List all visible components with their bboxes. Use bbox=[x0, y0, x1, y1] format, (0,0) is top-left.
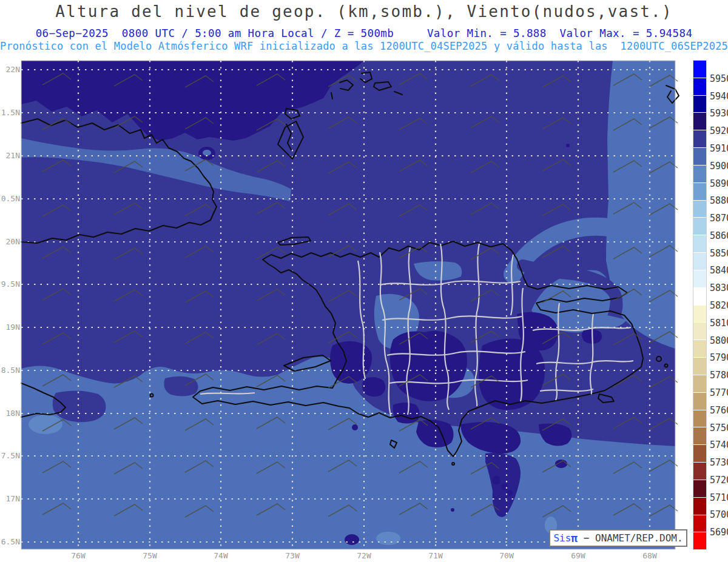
lon-tick-label: 75W bbox=[135, 551, 164, 560]
colorbar-segment bbox=[693, 96, 706, 113]
colorbar-segment bbox=[693, 515, 706, 532]
colorbar-segment bbox=[693, 306, 706, 323]
colorbar-tick-label: 5950 bbox=[710, 73, 728, 84]
lon-tick-label: 71W bbox=[421, 551, 450, 560]
colorbar-tick-label: 5790 bbox=[710, 352, 728, 363]
colorbar-tick-label: 5820 bbox=[710, 300, 728, 311]
lat-tick-label: 9.5N bbox=[0, 279, 20, 289]
logo-org: − ONAMET/REP.DOM. bbox=[578, 532, 682, 544]
lat-tick-label: 17N bbox=[0, 494, 20, 503]
colorbar-segment bbox=[693, 358, 706, 375]
colorbar-segment bbox=[693, 166, 706, 182]
colorbar-segment bbox=[693, 130, 706, 147]
colorbar-segment bbox=[693, 270, 706, 287]
lat-tick-label: 6.5N bbox=[0, 537, 20, 546]
lat-tick-label: 7.5N bbox=[0, 451, 20, 460]
colorbar-tick-label: 5730 bbox=[710, 457, 728, 468]
colorbar-tick-label: 5760 bbox=[710, 405, 728, 416]
colorbar-tick-label: 5880 bbox=[710, 195, 728, 206]
colorbar-tick-label: 5770 bbox=[710, 387, 728, 398]
colorbar-tick-label: 5870 bbox=[710, 213, 728, 224]
colorbar-segment bbox=[693, 253, 706, 270]
lat-tick-label: 18N bbox=[0, 409, 20, 418]
colorbar-segment bbox=[693, 445, 706, 462]
colorbar-segment bbox=[693, 532, 706, 549]
colorbar-segment bbox=[693, 323, 706, 340]
colorbar-segment bbox=[693, 113, 706, 130]
colorbar-segment bbox=[693, 498, 706, 515]
colorbar-segment bbox=[693, 393, 706, 410]
colorbar-tick-label: 5750 bbox=[710, 423, 728, 433]
colorbar-tick-label: 5690 bbox=[710, 527, 728, 538]
lat-tick-label: 22N bbox=[0, 65, 20, 74]
colorbar-segment bbox=[693, 288, 706, 305]
colorbar-tick-label: 5810 bbox=[710, 318, 728, 329]
colorbar-segment bbox=[693, 148, 706, 165]
colorbar bbox=[693, 61, 706, 549]
colorbar-segment bbox=[693, 375, 706, 392]
colorbar-segment bbox=[693, 410, 706, 427]
lon-tick-label: 72W bbox=[349, 551, 379, 560]
colorbar-tick-label: 5930 bbox=[710, 108, 728, 119]
lat-tick-label: 19N bbox=[0, 323, 20, 332]
colorbar-tick-label: 5700 bbox=[710, 509, 728, 520]
colorbar-segment bbox=[693, 201, 706, 218]
lon-tick-label: 68W bbox=[635, 551, 664, 560]
pi-icon: π bbox=[571, 532, 578, 544]
colorbar-tick-label: 5720 bbox=[710, 475, 728, 486]
colorbar-tick-label: 5910 bbox=[710, 143, 728, 154]
colorbar-tick-label: 5900 bbox=[710, 161, 728, 172]
lat-tick-label: 1.5N bbox=[0, 108, 20, 117]
lat-tick-label: 21N bbox=[0, 151, 20, 160]
logo-sis: Sis bbox=[553, 532, 571, 544]
colorbar-tick-label: 5840 bbox=[710, 265, 728, 276]
colorbar-segment bbox=[693, 78, 706, 95]
lon-tick-label: 69W bbox=[564, 551, 593, 560]
colorbar-tick-label: 5780 bbox=[710, 370, 728, 381]
map-canvas bbox=[0, 0, 728, 562]
colorbar-segment bbox=[693, 183, 706, 200]
colorbar-tick-label: 5940 bbox=[710, 91, 728, 102]
lon-tick-label: 74W bbox=[206, 551, 235, 560]
colorbar-segment bbox=[693, 340, 706, 357]
colorbar-segment bbox=[693, 218, 706, 235]
lat-tick-label: 0.5N bbox=[0, 194, 20, 203]
colorbar-tick-label: 5800 bbox=[710, 335, 728, 346]
colorbar-tick-label: 5920 bbox=[710, 125, 728, 136]
colorbar-segment bbox=[693, 463, 706, 480]
colorbar-tick-label: 5890 bbox=[710, 178, 728, 189]
colorbar-segment bbox=[693, 61, 706, 78]
colorbar-segment bbox=[693, 480, 706, 497]
colorbar-tick-label: 5830 bbox=[710, 283, 728, 293]
logo-box: Sis π − ONAMET/REP.DOM. bbox=[549, 529, 687, 547]
lon-tick-label: 73W bbox=[278, 551, 307, 560]
colorbar-segment bbox=[693, 427, 706, 444]
weather-chart-page: Altura del nivel de geop. (km,somb.), Vi… bbox=[0, 0, 728, 562]
colorbar-tick-label: 5710 bbox=[710, 492, 728, 503]
colorbar-tick-label: 5850 bbox=[710, 248, 728, 259]
shaded-field bbox=[21, 61, 675, 549]
colorbar-tick-label: 5740 bbox=[710, 440, 728, 450]
colorbar-tick-label: 5860 bbox=[710, 230, 728, 241]
lat-tick-label: 8.5N bbox=[0, 366, 20, 375]
lat-tick-label: 20N bbox=[0, 237, 20, 246]
lon-tick-label: 76W bbox=[64, 551, 93, 560]
colorbar-segment bbox=[693, 235, 706, 252]
lon-tick-label: 70W bbox=[492, 551, 521, 560]
